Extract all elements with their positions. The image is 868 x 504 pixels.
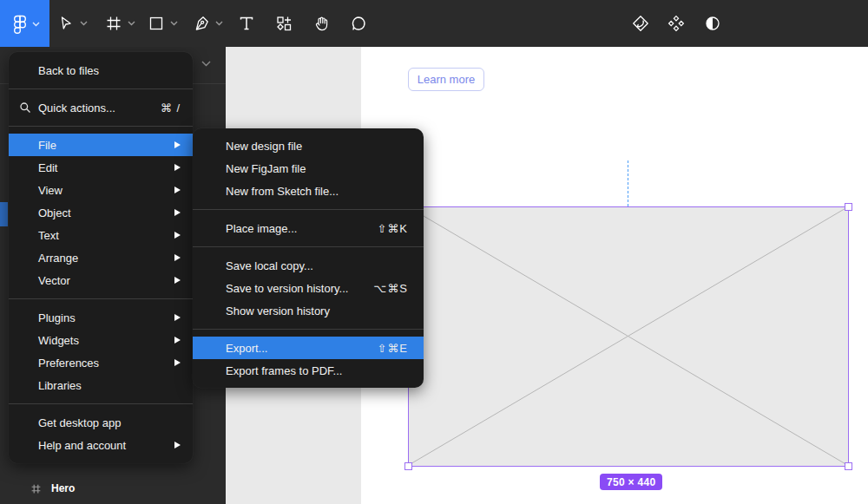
menu-item-libraries[interactable]: Libraries <box>9 374 193 396</box>
menu-item-edit[interactable]: Edit <box>9 156 193 179</box>
learn-more-button[interactable]: Learn more <box>408 68 484 91</box>
menu-item-object[interactable]: Object <box>9 201 193 224</box>
pen-tool-button[interactable] <box>193 0 223 47</box>
submenu-arrow-icon <box>174 277 181 284</box>
hand-tool-icon <box>312 15 330 32</box>
mask-icon <box>703 14 722 33</box>
main-menu-dropdown: Back to files Quick actions... ⌘ / File … <box>9 52 193 463</box>
submenu-item-show-version-history[interactable]: Show version history <box>193 299 424 322</box>
submenu-arrow-icon <box>174 314 181 321</box>
submenu-item-place-image[interactable]: Place image... ⇧⌘K <box>193 217 424 239</box>
frame-tool-button[interactable] <box>105 0 135 47</box>
selection-size-badge: 750 × 440 <box>600 474 662 490</box>
menu-divider <box>193 329 424 330</box>
pen-tool-icon <box>193 15 210 32</box>
chevron-down-icon[interactable] <box>128 21 135 26</box>
submenu-item-save-local-copy[interactable]: Save local copy... <box>193 254 424 277</box>
menu-divider <box>193 246 424 247</box>
menu-divider <box>193 209 424 210</box>
submenu-item-new-from-sketch-file[interactable]: New from Sketch file... <box>193 180 424 202</box>
chevron-down-icon[interactable] <box>215 21 223 26</box>
comment-tool-icon <box>350 15 367 32</box>
submenu-item-save-to-version-history[interactable]: Save to version history... ⌥⌘S <box>193 277 424 299</box>
submenu-item-export-frames-to-pdf[interactable]: Export frames to PDF... <box>193 359 424 382</box>
hand-tool-button[interactable] <box>312 0 330 47</box>
submenu-arrow-icon <box>174 442 181 448</box>
pages-chevron-down-icon[interactable] <box>201 61 211 67</box>
chevron-down-icon[interactable] <box>80 21 88 26</box>
shortcut-label: ⇧⌘E <box>377 342 408 355</box>
shortcut-label: ⌥⌘S <box>373 282 408 295</box>
return-to-instance-icon <box>631 14 650 33</box>
text-tool-button[interactable] <box>238 0 255 47</box>
submenu-item-new-figjam-file[interactable]: New FigJam file <box>193 157 424 180</box>
alignment-guide-line <box>628 160 628 206</box>
text-tool-icon <box>238 15 255 32</box>
menu-item-widgets[interactable]: Widgets <box>9 329 193 351</box>
frame-tool-icon <box>105 15 122 32</box>
menu-item-view[interactable]: View <box>9 179 193 201</box>
resources-tool-button[interactable] <box>275 0 293 47</box>
menu-item-arrange[interactable]: Arrange <box>9 246 193 269</box>
selection-handle-bottom-left[interactable] <box>404 462 412 470</box>
component-icon <box>667 14 686 33</box>
component-button[interactable] <box>667 0 686 47</box>
selected-image-placeholder[interactable] <box>408 206 849 467</box>
figma-app-window: Hero Learn more 750 × 440 Back to files <box>0 0 868 504</box>
figma-logo-icon <box>13 15 27 34</box>
menu-item-plugins[interactable]: Plugins <box>9 306 193 329</box>
submenu-arrow-icon <box>174 359 181 366</box>
layer-row-hero[interactable]: Hero <box>0 475 226 501</box>
frame-layer-icon <box>30 483 42 494</box>
submenu-item-export[interactable]: Export... ⇧⌘E <box>193 337 424 359</box>
file-submenu-dropdown: New design file New FigJam file New from… <box>193 128 424 388</box>
search-icon <box>19 101 31 114</box>
submenu-arrow-icon <box>174 232 181 239</box>
chevron-down-icon[interactable] <box>170 21 178 26</box>
rectangle-tool-icon <box>148 15 165 32</box>
main-menu-button[interactable] <box>0 0 49 47</box>
menu-divider <box>9 298 193 299</box>
top-toolbar <box>0 0 868 47</box>
menu-item-vector[interactable]: Vector <box>9 269 193 291</box>
resources-plus-icon <box>275 15 293 32</box>
menu-item-back-to-files[interactable]: Back to files <box>9 59 193 82</box>
submenu-arrow-icon <box>174 187 181 193</box>
return-to-instance-button[interactable] <box>631 0 650 47</box>
submenu-arrow-icon <box>174 337 181 344</box>
shortcut-label: ⌘ / <box>161 101 181 115</box>
submenu-arrow-icon <box>174 209 181 216</box>
menu-divider <box>9 126 193 127</box>
chevron-down-icon <box>32 22 40 27</box>
menu-item-get-desktop-app[interactable]: Get desktop app <box>9 411 193 434</box>
move-tool-icon <box>57 15 75 32</box>
menu-item-help-and-account[interactable]: Help and account <box>9 434 193 456</box>
menu-divider <box>9 403 193 404</box>
menu-item-text[interactable]: Text <box>9 224 193 246</box>
menu-item-preferences[interactable]: Preferences <box>9 351 193 374</box>
submenu-arrow-icon <box>174 254 181 261</box>
menu-item-file[interactable]: File <box>9 134 193 156</box>
shortcut-label: ⇧⌘K <box>377 222 408 235</box>
submenu-arrow-icon <box>174 141 181 148</box>
submenu-arrow-icon <box>174 164 181 171</box>
selection-handle-top-right[interactable] <box>845 203 852 211</box>
move-tool-button[interactable] <box>57 0 88 47</box>
selection-handle-bottom-right[interactable] <box>845 462 852 470</box>
menu-item-quick-actions[interactable]: Quick actions... ⌘ / <box>9 96 193 119</box>
comment-tool-button[interactable] <box>350 0 367 47</box>
layer-name: Hero <box>51 482 75 494</box>
image-placeholder-cross <box>409 207 847 465</box>
menu-divider <box>9 88 193 89</box>
mask-button[interactable] <box>703 0 722 47</box>
selected-layer-highlight <box>0 202 8 226</box>
submenu-item-new-design-file[interactable]: New design file <box>193 134 424 157</box>
shape-tool-button[interactable] <box>148 0 178 47</box>
